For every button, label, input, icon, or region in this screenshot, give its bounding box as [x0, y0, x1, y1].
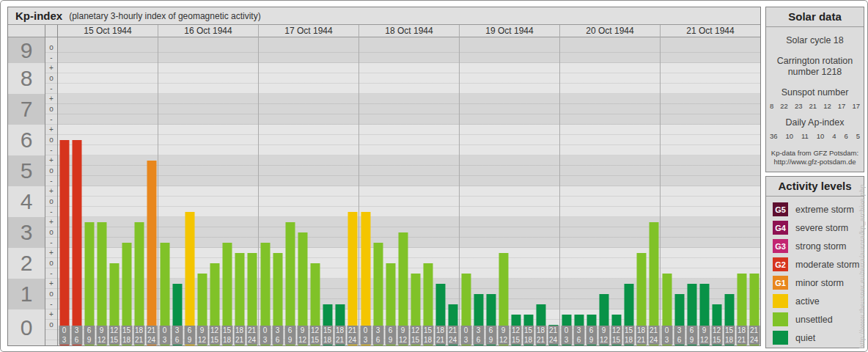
y-band-stripe: 1: [8, 279, 45, 309]
y-axis-number-column: 9876543210: [8, 25, 45, 345]
y-axis-tick: o: [45, 289, 57, 299]
interval-end-hour: 21: [234, 335, 245, 345]
interval-slot: 69: [685, 37, 698, 345]
y-axis-tick: o: [45, 320, 57, 330]
interval-label: 912: [699, 326, 710, 345]
interval-label: 2124: [347, 326, 358, 345]
interval-slot: 1215: [108, 37, 120, 345]
interval-label: 912: [498, 326, 509, 345]
interval-label: 1518: [623, 326, 634, 345]
interval-start-hour: 15: [221, 326, 232, 335]
interval-label: 1518: [221, 326, 232, 345]
date-header: 20 Oct 1944: [560, 25, 660, 37]
interval-start-hour: 6: [586, 326, 597, 335]
interval-label: 912: [196, 326, 207, 345]
interval-label: 2124: [447, 326, 458, 345]
kp-bar: [72, 140, 81, 345]
y-axis-tick: +: [45, 217, 57, 227]
interval-end-hour: 12: [699, 335, 710, 345]
y-band-stripe: 7: [8, 94, 45, 125]
interval-slot: 36: [70, 37, 83, 345]
y-axis-tick: o: [45, 43, 57, 53]
ap-value: 11: [801, 132, 809, 140]
interval-start-hour: 9: [598, 326, 609, 335]
ap-value: 36: [770, 132, 778, 140]
activity-level-label: moderate storm: [795, 260, 860, 270]
interval-end-hour: 15: [309, 335, 320, 345]
interval-end-hour: 3: [561, 335, 572, 345]
y-axis-tick: +: [45, 186, 57, 197]
y-band-stripe: 9: [8, 37, 45, 63]
interval-end-hour: 6: [573, 335, 584, 345]
watermark-url: http://www.theusner.eu/terra/aurora/kp_a…: [858, 184, 866, 348]
y-axis-tick: -: [45, 53, 57, 63]
interval-start-hour: 15: [322, 326, 333, 335]
activity-level-row: unsettled: [773, 310, 864, 329]
interval-start-hour: 21: [648, 326, 659, 335]
interval-label: 36: [573, 326, 584, 345]
activity-level-label: minor storm: [795, 278, 844, 288]
interval-start-hour: 21: [146, 326, 157, 335]
interval-slot: 03: [661, 37, 673, 345]
interval-end-hour: 24: [246, 335, 257, 345]
interval-end-hour: 12: [498, 335, 509, 345]
interval-end-hour: 3: [460, 335, 471, 345]
interval-end-hour: 18: [221, 335, 232, 345]
sunspot-title: Sunspot number: [766, 87, 864, 98]
interval-start-hour: 12: [510, 326, 521, 335]
interval-start-hour: 0: [460, 326, 471, 335]
y-axis-tick: o: [45, 166, 57, 176]
interval-start-hour: 18: [435, 326, 446, 335]
activity-level-swatch-active: [773, 294, 788, 308]
interval-label: 1821: [133, 326, 144, 345]
interval-label: 2124: [749, 326, 760, 345]
interval-end-hour: 6: [172, 335, 183, 345]
day-column: 18 Oct 19440336699121215151818212124: [358, 25, 459, 345]
interval-slot: 1518: [120, 37, 133, 345]
activity-level-row: G4severe storm: [773, 219, 864, 237]
interval-end-hour: 21: [636, 335, 647, 345]
interval-end-hour: 21: [535, 335, 546, 345]
y-axis-tick: -: [45, 176, 57, 186]
ap-values: 36101110465: [766, 132, 864, 140]
interval-start-hour: 0: [59, 326, 70, 335]
interval-slot: 1215: [610, 37, 622, 345]
y-axis-tick: -: [45, 84, 57, 94]
interval-label: 36: [272, 326, 283, 345]
interval-end-hour: 15: [209, 335, 220, 345]
interval-start-hour: 9: [196, 326, 207, 335]
interval-end-hour: 15: [611, 335, 622, 345]
date-header: 18 Oct 1944: [359, 25, 459, 37]
y-axis-tick: -: [45, 114, 57, 125]
interval-start-hour: 9: [699, 326, 710, 335]
activity-level-label: active: [795, 296, 820, 307]
interval-end-hour: 24: [146, 335, 157, 345]
interval-label: 03: [561, 326, 572, 345]
interval-start-hour: 3: [573, 326, 584, 335]
interval-label: 2124: [146, 326, 157, 345]
interval-slot: 1215: [510, 37, 522, 345]
interval-label: 2124: [548, 326, 559, 345]
activity-levels-title: Activity levels: [766, 177, 864, 197]
interval-slot: 912: [296, 37, 309, 345]
interval-start-hour: 18: [334, 326, 345, 335]
interval-slot: 912: [95, 37, 108, 345]
y-axis-number: 5: [21, 158, 33, 183]
day-plot-area: 0336699121215151818212124: [560, 37, 660, 345]
interval-label: 03: [360, 326, 371, 345]
interval-end-hour: 15: [711, 335, 722, 345]
interval-start-hour: 12: [611, 326, 622, 335]
sunspot-value: 8: [770, 102, 773, 110]
interval-start-hour: 3: [473, 326, 484, 335]
kp-bar: [147, 161, 156, 345]
kp-chart-panel: Kp-index (planetary 3-hourly index of ge…: [7, 7, 761, 346]
interval-label: 69: [84, 326, 95, 345]
interval-slot: 36: [573, 37, 585, 345]
interval-slot: 1821: [735, 37, 748, 345]
day-plot-area: 0336699121215151818212124: [359, 37, 459, 345]
interval-slot: 03: [259, 37, 271, 345]
interval-slots: 0336699121215151818212124: [158, 37, 258, 345]
interval-end-hour: 9: [485, 335, 496, 345]
interval-end-hour: 3: [260, 335, 271, 345]
y-axis-tick: o: [45, 197, 57, 207]
